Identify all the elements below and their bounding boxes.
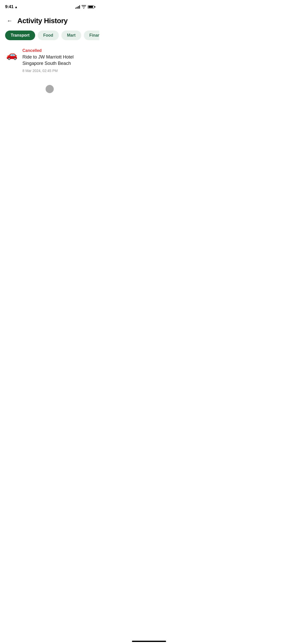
back-arrow-icon: ← [7, 18, 12, 24]
filter-tabs: Transport Food Mart Finance E [0, 31, 99, 40]
location-arrow-icon: ▲ [15, 5, 18, 9]
status-time: 9:41 [5, 4, 13, 9]
battery-icon [88, 5, 94, 9]
wifi-icon [82, 5, 86, 9]
activity-details: Cancelled Ride to JW Marriott Hotel Sing… [22, 48, 94, 73]
page-title: Activity History [17, 17, 67, 25]
tab-transport[interactable]: Transport [5, 31, 35, 40]
tab-food[interactable]: Food [38, 31, 59, 40]
status-badge: Cancelled [22, 48, 94, 53]
status-icons [75, 5, 94, 9]
back-button[interactable]: ← [5, 16, 14, 25]
header: ← Activity History [0, 12, 99, 31]
loading-indicator [46, 85, 54, 93]
activity-list: 🚗 Cancelled Ride to JW Marriott Hotel Si… [0, 46, 99, 75]
activity-date: 8 Mar 2024, 02:45 PM [22, 69, 94, 73]
tab-finance[interactable]: Finance [84, 31, 99, 40]
status-bar: 9:41 ▲ [0, 0, 99, 12]
signal-strength-icon [75, 5, 80, 9]
tab-mart[interactable]: Mart [61, 31, 81, 40]
activity-title: Ride to JW Marriott Hotel Singapore Sout… [22, 54, 94, 67]
table-row[interactable]: 🚗 Cancelled Ride to JW Marriott Hotel Si… [5, 46, 94, 75]
car-icon: 🚗 [5, 48, 18, 62]
